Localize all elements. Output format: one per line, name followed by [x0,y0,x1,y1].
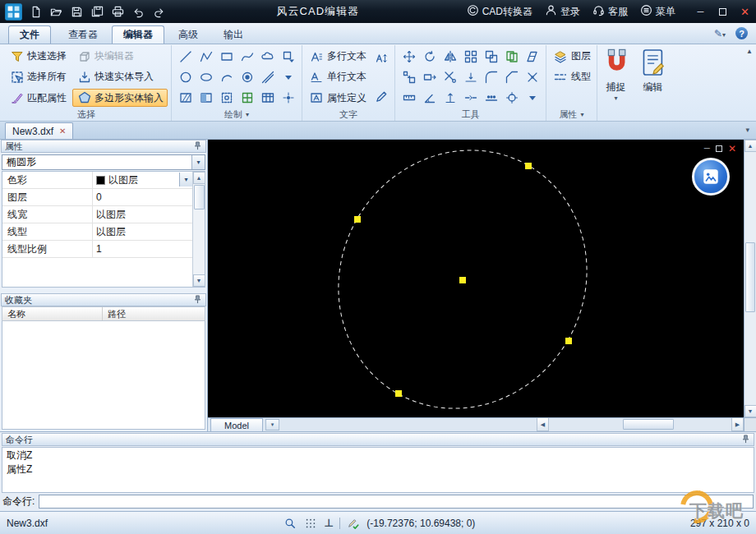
boundary-icon[interactable] [216,89,237,108]
property-row-linetype-scale[interactable]: 线型比例 1 [2,241,192,258]
vertical-scrollbar[interactable]: ▲ ▼ [744,140,756,417]
support-button[interactable]: 客服 [592,4,628,19]
drawing-canvas[interactable]: ─ ✕ Model ▾ ◀ ▶ ▲ [208,140,756,431]
scroll-right-icon[interactable]: ▶ [731,418,744,431]
text-height-icon[interactable] [371,48,391,67]
tab-output[interactable]: 输出 [212,25,255,44]
tab-advanced[interactable]: 高级 [167,25,210,44]
explode-icon[interactable] [522,67,542,86]
spline-icon[interactable] [237,47,257,66]
maximize-button[interactable] [712,0,734,23]
property-row-linetype[interactable]: 线型 以图层 [2,223,192,241]
redo-icon[interactable] [149,2,169,21]
chamfer-icon[interactable] [501,67,522,86]
quick-select-button[interactable]: 快速选择 [5,48,71,66]
singleline-text-button[interactable]: 单行文本 [306,68,369,86]
trim-icon[interactable] [440,67,460,86]
favorites-name-column[interactable]: 名称 [2,307,103,320]
select-all-button[interactable]: 选择所有 [5,68,71,86]
divide-icon[interactable] [481,89,501,108]
scroll-down-icon[interactable]: ▼ [193,274,205,287]
open-file-icon[interactable] [46,2,67,21]
pin-icon[interactable] [741,435,750,445]
command-history[interactable]: 取消Z 属性Z [2,447,754,493]
tools-more-icon[interactable] [522,89,542,108]
view-navigation-button[interactable] [692,158,730,196]
quick-entity-import-button[interactable]: 快速实体导入 [72,68,168,86]
id-point-icon[interactable] [501,89,522,108]
scale-icon[interactable] [399,67,419,86]
copy-icon[interactable] [501,47,522,66]
favorites-path-column[interactable]: 路径 [103,307,205,320]
print-icon[interactable] [108,2,128,21]
doctab-overflow-icon[interactable]: ▾ [745,126,749,134]
annotation-pen-icon[interactable] [346,516,361,531]
donut-icon[interactable] [237,67,257,86]
attribute-define-button[interactable]: 属性定义 [306,89,369,107]
layer-button[interactable]: 图层 [550,48,593,66]
hscroll-thumb[interactable] [623,419,674,430]
grip[interactable] [354,216,361,223]
angle-icon[interactable] [419,89,440,108]
canvas-minimize-icon[interactable]: ─ [704,145,710,153]
new-file-icon[interactable] [25,2,46,21]
scroll-up-icon[interactable]: ▲ [193,172,205,184]
move-icon[interactable] [399,47,419,66]
draw-flyout-icon[interactable] [278,67,298,86]
tab-editor[interactable]: 编辑器 [112,25,164,44]
mirror-icon[interactable] [440,47,460,66]
customize-quickaccess-icon[interactable]: ✎▾ [714,28,726,39]
zoom-icon[interactable] [283,516,297,531]
grid-snap-icon[interactable] [303,516,318,531]
close-button[interactable]: ✕ [734,0,756,23]
point-icon[interactable] [278,89,298,108]
stretch-icon[interactable] [419,67,440,86]
undo-icon[interactable] [128,2,149,21]
construction-line-icon[interactable] [257,67,278,86]
grip[interactable] [459,277,466,283]
rotate-icon[interactable] [419,47,440,66]
pin-icon[interactable] [193,295,202,306]
property-row-lineweight[interactable]: 线宽 以图层 [2,206,192,223]
grip[interactable] [565,338,572,344]
command-input[interactable] [39,495,754,509]
array-icon[interactable] [460,47,481,66]
save-all-icon[interactable] [87,2,108,21]
canvas-restore-icon[interactable] [716,145,722,152]
edit-button[interactable]: 编辑 [634,45,671,121]
ellipse-icon[interactable] [196,67,216,86]
edit-text-icon[interactable] [371,87,391,106]
pin-icon[interactable] [193,141,202,152]
linetype-button[interactable]: 线型 [550,68,593,86]
minimize-button[interactable]: ─ [689,0,712,23]
align-icon[interactable] [440,89,460,108]
fillet-icon[interactable] [481,67,501,86]
vscroll-thumb[interactable] [745,242,755,312]
revision-cloud-icon[interactable] [257,47,278,66]
scroll-left-icon[interactable]: ◀ [537,418,549,431]
grip[interactable] [395,390,402,397]
property-grid-scrollbar[interactable]: ▲ ▼ [192,172,205,287]
break-icon[interactable] [460,89,481,108]
layout-list-dropdown-icon[interactable]: ▾ [265,419,279,430]
draw-group-label[interactable]: 绘制▾ [175,108,298,121]
match-properties-button[interactable]: 匹配属性 [5,89,71,107]
grip[interactable] [525,163,532,169]
cad-converter-button[interactable]: CAD转换器 [467,4,532,19]
entity-type-selector[interactable]: 椭圆形 ▾ [2,154,205,170]
horizontal-scrollbar[interactable]: ◀ ▶ [537,417,744,431]
ortho-mode-icon[interactable]: ⊥ [324,517,334,529]
erase-icon[interactable] [522,47,542,66]
circle-icon[interactable] [175,67,196,86]
polygon-entity-input-button[interactable]: 多边形实体输入 [72,89,168,107]
document-tab[interactable]: New3.dxf ✕ [5,122,73,139]
line-icon[interactable] [175,47,196,66]
scrollbar-thumb[interactable] [194,185,205,209]
scroll-up-icon[interactable]: ▲ [744,140,756,152]
ribbon-collapse-icon[interactable]: ▲ [746,48,753,55]
favorites-list-body[interactable] [2,321,205,430]
offset-icon[interactable] [481,47,501,66]
login-button[interactable]: 登录 [545,4,580,19]
rectangle-icon[interactable] [216,47,237,66]
arc-icon[interactable] [216,67,237,86]
